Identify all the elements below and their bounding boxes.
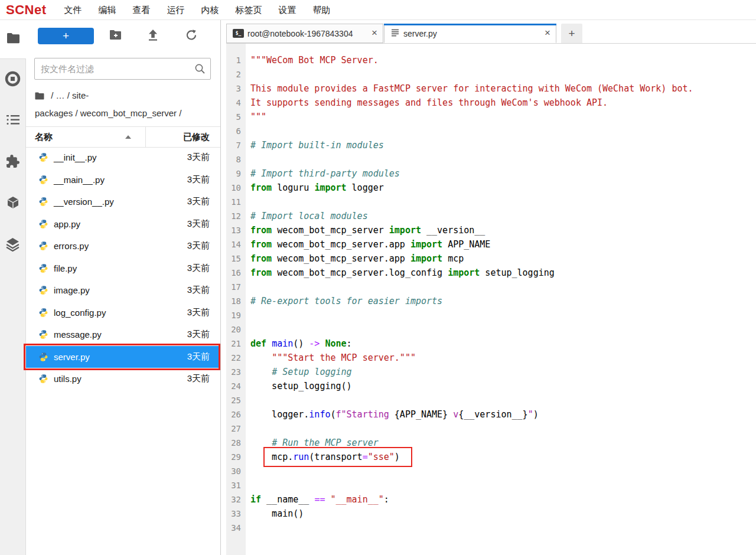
sidebar-tab-stacks[interactable] [0, 224, 25, 266]
file-modified: 3天前 [187, 285, 220, 296]
file-browser-toolbar: + [26, 27, 220, 47]
menu-item[interactable]: 文件 [56, 1, 90, 19]
file-name: utils.py [54, 374, 82, 384]
code-line-27[interactable] [250, 422, 756, 436]
code-line-30[interactable] [250, 464, 756, 478]
file-row-app.py[interactable]: app.py3天前 [26, 213, 220, 236]
menu-item[interactable]: 标签页 [227, 1, 271, 19]
file-modified: 3天前 [187, 373, 220, 384]
file-row-__init__.py[interactable]: __init__.py3天前 [26, 146, 220, 169]
line-number: 26 [226, 407, 246, 422]
code-line-28[interactable]: # Run the MCP server [250, 436, 756, 450]
file-row-message.py[interactable]: message.py3天前 [26, 324, 220, 346]
menu-item[interactable]: 查看 [125, 1, 159, 19]
code-line-8[interactable] [250, 152, 756, 166]
line-number: 16 [226, 266, 246, 280]
code-line-20[interactable] [250, 322, 756, 337]
breadcrumb[interactable]: / … / site- packages / wecom_bot_mcp_ser… [35, 87, 216, 122]
line-number: 10 [226, 181, 246, 195]
code-line-31[interactable] [250, 478, 756, 492]
close-tab-icon[interactable]: × [369, 27, 383, 40]
line-number: 28 [226, 436, 246, 450]
code-line-10[interactable]: from loguru import logger [250, 181, 756, 195]
line-number: 24 [226, 379, 246, 393]
file-filter-input[interactable] [34, 58, 211, 80]
file-row-file.py[interactable]: file.py3天前 [26, 257, 220, 280]
code-line-22[interactable]: """Start the MCP server.""" [250, 351, 756, 365]
tab-server-py[interactable]: server.py × [384, 24, 556, 43]
code-line-34[interactable] [250, 521, 756, 535]
code-line-14[interactable]: from wecom_bot_mcp_server.app import APP… [250, 237, 756, 252]
python-file-icon [38, 219, 48, 229]
file-row-image.py[interactable]: image.py3天前 [26, 279, 220, 302]
upload-button[interactable] [147, 29, 161, 43]
code-line-5[interactable]: """ [250, 110, 756, 124]
sort-ascending-icon[interactable] [125, 135, 131, 139]
file-name: errors.py [54, 241, 89, 251]
code-line-23[interactable]: # Setup logging [250, 365, 756, 379]
sidebar-tab-resources[interactable] [0, 183, 25, 224]
code-line-18[interactable]: # Re-export tools for easier imports [250, 294, 756, 308]
breadcrumb-line2[interactable]: packages / wecom_bot_mcp_server / [35, 108, 181, 118]
column-header-modified[interactable]: 已修改 [183, 127, 210, 146]
code-line-25[interactable] [250, 393, 756, 407]
code-pane[interactable]: """WeCom Bot MCP Server.This module prov… [246, 44, 756, 555]
layers-icon [5, 237, 20, 254]
file-name: app.py [54, 219, 80, 229]
new-tab-button[interactable]: + [561, 24, 582, 43]
sidebar-tab-extensions[interactable] [0, 142, 25, 183]
file-row-__main__.py[interactable]: __main__.py3天前 [26, 169, 220, 191]
tab-bar: $_ root@notebook-1967843304 × server.py … [226, 24, 756, 44]
line-number-gutter: 1234567891011121314151617181920212223242… [226, 44, 246, 555]
file-name: log_config.py [54, 308, 106, 318]
code-line-24[interactable]: setup_logging() [250, 379, 756, 393]
sidebar-tab-file-browser[interactable] [0, 20, 26, 59]
stop-circle-icon [5, 71, 21, 89]
code-line-32[interactable]: if __name__ == "__main__": [250, 492, 756, 507]
file-row-utils.py[interactable]: utils.py3天前 [26, 368, 220, 390]
breadcrumb-line1[interactable]: / … / site- [51, 90, 89, 100]
code-line-19[interactable] [250, 308, 756, 322]
refresh-button[interactable] [185, 29, 199, 43]
close-tab-icon[interactable]: × [542, 27, 556, 40]
code-line-11[interactable] [250, 195, 756, 209]
file-row-errors.py[interactable]: errors.py3天前 [26, 235, 220, 257]
sidebar-tab-table-of-contents[interactable] [0, 100, 25, 142]
sidebar-tab-running-kernels[interactable] [0, 59, 25, 100]
code-line-26[interactable]: logger.info(f"Starting {APP_NAME} v{__ve… [250, 407, 756, 422]
code-line-7[interactable]: # Import built-in modules [250, 138, 756, 152]
menu-item[interactable]: 设置 [271, 1, 305, 19]
home-folder-icon[interactable] [35, 92, 47, 102]
new-folder-button[interactable] [109, 29, 123, 43]
column-header-name[interactable]: 名称 [35, 127, 53, 146]
code-line-13[interactable]: from wecom_bot_mcp_server import __versi… [250, 223, 756, 237]
menu-item[interactable]: 内核 [193, 1, 227, 19]
code-line-3[interactable]: This module provides a FastMCP server fo… [250, 81, 756, 96]
code-line-17[interactable] [250, 280, 756, 294]
code-line-21[interactable]: def main() -> None: [250, 337, 756, 351]
tab-terminal[interactable]: $_ root@notebook-1967843304 × [226, 24, 383, 43]
code-line-9[interactable]: # Import third-party modules [250, 166, 756, 181]
menu-item[interactable]: 运行 [159, 1, 193, 19]
code-line-15[interactable]: from wecom_bot_mcp_server.app import mcp [250, 252, 756, 266]
code-line-1[interactable]: """WeCom Bot MCP Server. [250, 53, 756, 67]
terminal-icon: $_ [233, 29, 244, 38]
code-line-12[interactable]: # Import local modules [250, 209, 756, 223]
tab-label: server.py [403, 29, 539, 38]
code-line-29[interactable]: mcp.run(transport="sse") [250, 450, 756, 464]
file-row-server.py[interactable]: server.py3天前 [26, 346, 220, 368]
code-line-6[interactable] [250, 124, 756, 138]
new-launcher-button[interactable]: + [38, 28, 94, 44]
code-line-4[interactable]: It supports sending messages and files t… [250, 96, 756, 110]
menu-item[interactable]: 帮助 [305, 1, 339, 19]
code-line-2[interactable] [250, 67, 756, 81]
line-number: 29 [226, 450, 246, 464]
code-line-33[interactable]: main() [250, 507, 756, 521]
code-line-16[interactable]: from wecom_bot_mcp_server.log_config imp… [250, 266, 756, 280]
file-row-log_config.py[interactable]: log_config.py3天前 [26, 302, 220, 324]
file-row-__version__.py[interactable]: __version__.py3天前 [26, 191, 220, 213]
menu-item[interactable]: 编辑 [90, 1, 125, 19]
line-number: 9 [226, 166, 246, 181]
file-modified: 3天前 [187, 218, 220, 230]
line-number: 30 [226, 464, 246, 478]
